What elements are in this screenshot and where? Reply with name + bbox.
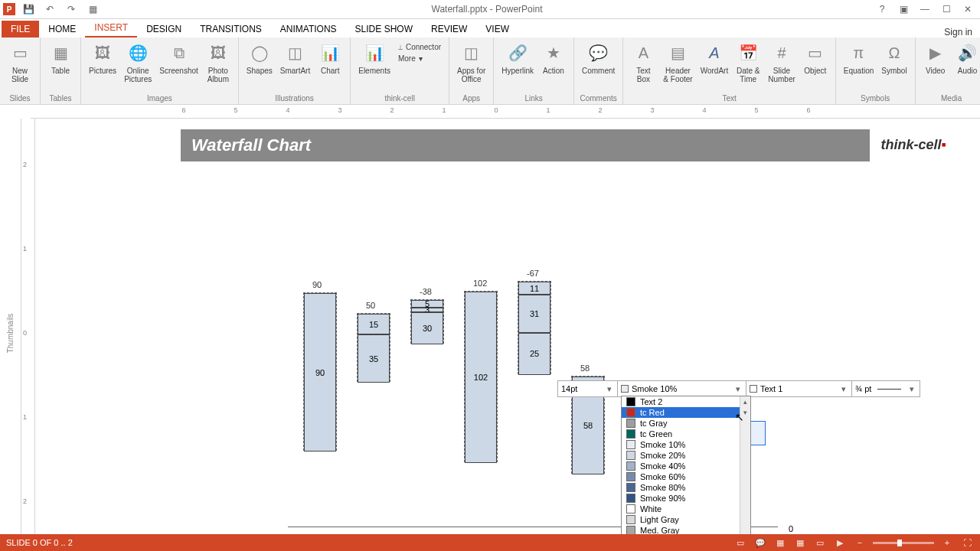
chart-button[interactable]: 📊Chart [315, 39, 345, 77]
table-button[interactable]: ▦Table [45, 39, 76, 77]
format-toolbar: 14pt▾ Smoke 10%▾ Text 1▾ ¾ pt▾ [557, 380, 920, 397]
zoom-slider[interactable] [873, 542, 934, 544]
scroll-down-icon[interactable]: ▾ [740, 407, 750, 418]
zoom-in-icon[interactable]: + [940, 536, 954, 549]
color-swatch-icon [626, 440, 635, 449]
screenshot-button[interactable]: ⧉Screenshot [156, 39, 201, 77]
elements-button[interactable]: 📊Elements [355, 39, 394, 77]
tab-animations[interactable]: ANIMATIONS [271, 21, 346, 37]
slide-canvas[interactable]: Waterfall Chart think-cell▪ 0 9090153550… [35, 119, 980, 547]
ribbon-display-icon[interactable]: ▣ [894, 2, 913, 17]
start-slideshow-icon[interactable]: ▦ [84, 1, 101, 18]
connector-button[interactable]: ⟂Connector [395, 42, 444, 52]
comment-button[interactable]: 💬Comment [579, 39, 618, 77]
sorter-view-icon[interactable]: ▦ [793, 536, 807, 549]
tab-review[interactable]: REVIEW [422, 21, 476, 37]
color-option[interactable]: Smoke 40% [622, 461, 750, 471]
chart-segment[interactable]: 11 [518, 282, 550, 295]
chart-segment[interactable]: 35 [358, 334, 390, 383]
datetime-button[interactable]: 📅Date & Time [733, 39, 763, 85]
thumbnails-pane[interactable]: Thumbnails [0, 119, 21, 547]
minimize-icon[interactable]: — [916, 2, 934, 17]
notes-icon[interactable]: ▭ [733, 536, 747, 549]
new-slide-button[interactable]: ▭New Slide [5, 39, 35, 85]
chart-bar-label: 50 [366, 301, 375, 310]
chart-segment[interactable]: 25 [518, 333, 550, 375]
redo-icon[interactable]: ↷ [63, 1, 80, 18]
color-option[interactable]: Smoke 60% [622, 471, 750, 482]
chart-segment[interactable]: 102 [465, 292, 497, 463]
comments-icon[interactable]: 💬 [753, 536, 767, 549]
elements-icon: 📊 [362, 41, 387, 65]
dropdown-scrollbar[interactable]: ▴ ▾ [740, 396, 750, 547]
table-icon: ▦ [48, 41, 73, 65]
tab-transitions[interactable]: TRANSITIONS [191, 21, 271, 37]
hyperlink-button[interactable]: 🔗Hyperlink [498, 39, 537, 77]
chart-bar[interactable]: 102 [464, 291, 498, 462]
tab-view[interactable]: VIEW [476, 21, 518, 37]
help-icon[interactable]: ? [873, 2, 891, 17]
pictures-button[interactable]: 🖼Pictures [86, 39, 119, 77]
online-pictures-button[interactable]: 🌐Online Pictures [121, 39, 155, 85]
reading-view-icon[interactable]: ▭ [813, 536, 827, 549]
shapes-button[interactable]: ◯Shapes [243, 39, 276, 77]
chart-bar[interactable]: 1535 [357, 313, 390, 382]
slideshow-view-icon[interactable]: ▶ [833, 536, 847, 549]
save-icon[interactable]: 💾 [20, 1, 37, 18]
tab-home[interactable]: HOME [39, 21, 85, 37]
object-button[interactable]: ▭Object [800, 39, 831, 77]
more-button[interactable]: More ▾ [395, 54, 444, 64]
color-option[interactable]: Light Gray [622, 514, 750, 525]
fit-to-window-icon[interactable]: ⛶ [960, 536, 974, 549]
color-option[interactable]: White [622, 504, 750, 514]
normal-view-icon[interactable]: ▦ [773, 536, 787, 549]
tab-file[interactable]: FILE [2, 21, 39, 37]
tab-design[interactable]: DESIGN [137, 21, 191, 37]
chart-segment[interactable]: 90 [304, 293, 336, 452]
text-color-dropdown[interactable]: Text 1▾ [746, 381, 852, 396]
close-icon[interactable]: ✕ [959, 2, 977, 17]
chart-segment[interactable]: 30 [411, 312, 443, 344]
chart-bar[interactable]: 5330 [410, 299, 444, 344]
color-option[interactable]: tc Green [622, 429, 750, 439]
fill-color-dropdown[interactable]: Smoke 10%▾ [618, 381, 746, 396]
color-option[interactable]: Smoke 10% [622, 439, 750, 450]
chart-bar-label: 58 [580, 364, 590, 373]
fontsize-dropdown[interactable]: 14pt▾ [558, 381, 618, 396]
smartart-button[interactable]: ◫SmartArt [277, 39, 313, 77]
equation-button[interactable]: πEquation [841, 39, 877, 77]
textbox-icon: A [631, 41, 655, 65]
vertical-ruler: 21012 [21, 119, 35, 547]
symbol-button[interactable]: ΩSymbol [878, 39, 910, 77]
chart-segment[interactable]: 15 [358, 314, 390, 334]
color-option[interactable]: Smoke 20% [622, 450, 750, 461]
textbox-button[interactable]: AText Box [628, 39, 658, 85]
slidenumber-button[interactable]: #Slide Number [765, 39, 799, 85]
color-option[interactable]: Smoke 90% [622, 493, 750, 504]
header-footer-button[interactable]: ▤Header & Footer [660, 39, 695, 85]
action-button[interactable]: ★Action [538, 39, 569, 77]
color-option[interactable]: tc Red [622, 407, 750, 418]
photo-album-button[interactable]: 🖼Photo Album [203, 39, 234, 85]
tab-slideshow[interactable]: SLIDE SHOW [346, 21, 422, 37]
zoom-out-icon[interactable]: − [853, 536, 867, 549]
chart-bar[interactable]: 113125 [518, 281, 551, 374]
undo-icon[interactable]: ↶ [41, 1, 58, 18]
maximize-icon[interactable]: ☐ [937, 2, 956, 17]
thinkcell-logo: think-cell▪ [881, 137, 946, 153]
apps-button[interactable]: ◫Apps for Office [454, 39, 488, 85]
sign-in-link[interactable]: Sign in [944, 27, 980, 37]
color-option[interactable]: Smoke 80% [622, 482, 750, 493]
color-option[interactable]: tc Gray [622, 418, 750, 429]
video-button[interactable]: ▶Video [920, 39, 951, 77]
screenshot-icon: ⧉ [167, 41, 191, 65]
audio-button[interactable]: 🔊Audio [952, 39, 980, 77]
chart-bar[interactable]: 90 [303, 292, 337, 451]
wordart-button[interactable]: AWordArt [697, 39, 732, 77]
scroll-up-icon[interactable]: ▴ [740, 396, 750, 407]
tab-insert[interactable]: INSERT [85, 19, 137, 37]
text-swatch-icon [750, 385, 757, 393]
color-option[interactable]: Text 2 [622, 396, 750, 407]
line-weight-dropdown[interactable]: ¾ pt▾ [852, 381, 920, 396]
chart-segment[interactable]: 31 [518, 295, 550, 333]
